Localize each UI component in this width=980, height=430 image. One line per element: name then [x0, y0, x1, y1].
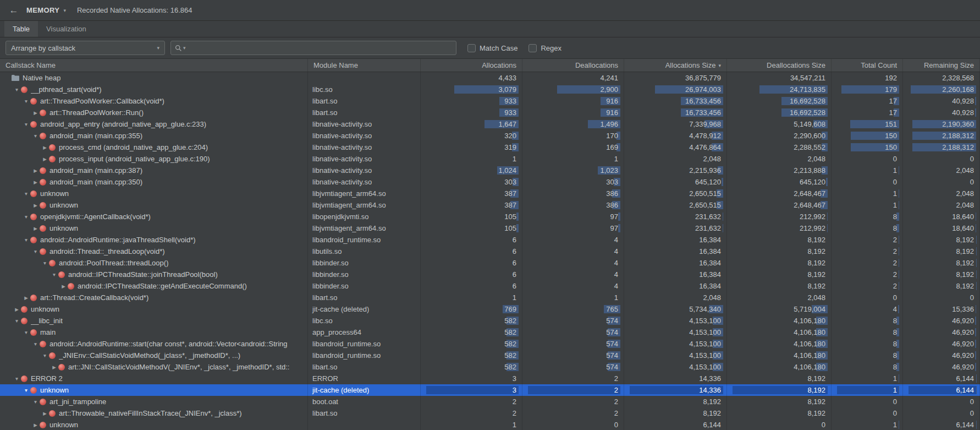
cell-value: 46,920: [903, 315, 979, 326]
expanded-arrow-icon[interactable]: ▼: [13, 376, 21, 382]
search-box[interactable]: ▾: [170, 41, 456, 55]
table-row[interactable]: ▼android::Thread::_threadLoop(void*)libu…: [0, 246, 980, 257]
collapsed-arrow-icon[interactable]: ▶: [31, 203, 40, 208]
expanded-arrow-icon[interactable]: ▼: [13, 87, 21, 92]
column-header-deallocations[interactable]: Deallocations: [522, 59, 624, 72]
table-row[interactable]: ▼openjdkjvmti::AgentCallback(void*)libop…: [0, 211, 980, 222]
tab-visualization[interactable]: Visualization: [38, 21, 95, 37]
memory-dropdown[interactable]: MEMORY ▾: [26, 6, 66, 14]
expanded-arrow-icon[interactable]: ▼: [13, 318, 21, 324]
collapsed-arrow-icon[interactable]: ▶: [31, 168, 40, 173]
column-header-callstack-name[interactable]: Callstack Name: [0, 59, 308, 72]
expanded-arrow-icon[interactable]: ▼: [31, 249, 40, 254]
table-row[interactable]: ▼android::PoolThread::threadLoop()libbin…: [0, 257, 980, 269]
callstack-cell: ▼ERROR 2: [0, 373, 308, 384]
table-row[interactable]: ▼art::ThreadPoolWorker::Callback(void*)l…: [0, 95, 980, 107]
column-header-total-count[interactable]: Total Count: [832, 59, 903, 72]
regex-checkbox[interactable]: Regex: [528, 44, 561, 52]
expanded-arrow-icon[interactable]: ▼: [22, 388, 30, 393]
column-header-module-name[interactable]: Module Name: [308, 59, 421, 72]
callstack-cell: ▼android_app_entry (android_native_app_g…: [0, 118, 308, 130]
table-row[interactable]: ▶android::IPCThreadState::getAndExecuteC…: [0, 280, 980, 292]
expanded-arrow-icon[interactable]: ▼: [22, 214, 30, 220]
cell-value: 2: [832, 234, 902, 246]
expanded-arrow-icon[interactable]: ▼: [22, 237, 30, 243]
table-row[interactable]: ▼android::AndroidRuntime::javaThreadShel…: [0, 234, 980, 246]
table-row[interactable]: ▶process_input (android_native_app_glue.…: [0, 153, 980, 165]
search-input[interactable]: [189, 44, 452, 52]
collapsed-arrow-icon[interactable]: ▶: [41, 156, 49, 162]
arrange-dropdown[interactable]: Arrange by callstack ▾: [5, 41, 165, 55]
expanded-arrow-icon[interactable]: ▼: [22, 122, 30, 127]
allocations-cell: 6: [421, 246, 522, 257]
allocations-cell: 2: [421, 396, 522, 407]
back-button[interactable]: ←: [7, 5, 21, 16]
expanded-arrow-icon[interactable]: ▼: [22, 99, 30, 104]
table-row[interactable]: ▶android_main (main.cpp:387)libnative-ac…: [0, 165, 980, 176]
table-row[interactable]: ▶unknownlibjvmtiagent_arm64.so10597231,6…: [0, 222, 980, 234]
cell-value: 8,192: [624, 407, 726, 419]
table-row[interactable]: ▶unknownlibjvmtiagent_arm64.so3873862,65…: [0, 199, 980, 211]
table-row[interactable]: ▶art::ThreadPoolWorker::Run()libart.so93…: [0, 107, 980, 118]
callstack-cell: ▼android::AndroidRuntime::start(char con…: [0, 338, 308, 350]
collapsed-arrow-icon[interactable]: ▶: [31, 179, 40, 185]
expanded-arrow-icon[interactable]: ▼: [41, 353, 49, 358]
collapsed-arrow-icon[interactable]: ▶: [31, 422, 40, 428]
collapsed-arrow-icon[interactable]: ▶: [31, 226, 40, 231]
table-row[interactable]: ▼android::IPCThreadState::joinThreadPool…: [0, 269, 980, 280]
collapsed-arrow-icon[interactable]: ▶: [22, 295, 30, 301]
table-row[interactable]: ▶android_main (main.cpp:350)libnative-ac…: [0, 176, 980, 188]
sort-descending-icon: ▾: [718, 63, 721, 68]
table-row[interactable]: ▼unknownjit-cache (deleted)3214,3368,192…: [0, 384, 980, 396]
table-row[interactable]: ▼_JNIEnv::CallStaticVoidMethod(_jclass*,…: [0, 350, 980, 361]
alloc-size-cell: 2,650,515: [624, 199, 727, 211]
table-row[interactable]: ▼android::AndroidRuntime::start(char con…: [0, 338, 980, 350]
column-header-deallocations-size[interactable]: Deallocations Size: [727, 59, 832, 72]
cell-value: 14,336: [624, 384, 726, 396]
expanded-arrow-icon[interactable]: ▼: [22, 330, 30, 335]
total-count-cell: 150: [832, 130, 903, 141]
tab-table[interactable]: Table: [4, 21, 38, 37]
cell-value: 4,241: [522, 72, 624, 84]
table-row[interactable]: ▶unknown106,144016,144: [0, 419, 980, 430]
table-row[interactable]: ▼android_app_entry (android_native_app_g…: [0, 118, 980, 130]
expanded-arrow-icon[interactable]: ▼: [31, 399, 40, 405]
table-row[interactable]: ▼art_jni_trampolineboot.oat228,1928,1920…: [0, 396, 980, 407]
column-header-allocations-size[interactable]: Allocations Size ▾: [624, 59, 727, 72]
column-header-remaining-size[interactable]: Remaining Size: [903, 59, 980, 72]
collapsed-arrow-icon[interactable]: ▶: [31, 110, 40, 116]
table-row[interactable]: ▼mainapp_process645825744,153,1004,106,1…: [0, 326, 980, 338]
module-name: app_process64: [308, 326, 421, 338]
cell-value: 574: [522, 361, 624, 373]
table-row[interactable]: ▶art::Throwable_nativeFillInStackTrace(_…: [0, 407, 980, 419]
table-row[interactable]: ▶art::JNI::CallStaticVoidMethodV(_JNIEnv…: [0, 361, 980, 373]
table-row[interactable]: Native heap4,4334,24136,875,77934,547,21…: [0, 72, 980, 84]
collapsed-arrow-icon[interactable]: ▶: [59, 284, 68, 289]
expanded-arrow-icon[interactable]: ▼: [31, 133, 40, 139]
callstack-cell: ▼openjdkjvmti::AgentCallback(void*): [0, 211, 308, 222]
expanded-arrow-icon[interactable]: ▼: [41, 260, 49, 266]
match-case-checkbox[interactable]: Match Case: [467, 44, 517, 52]
expanded-arrow-icon[interactable]: ▼: [50, 272, 58, 277]
cell-value: 2,650,515: [624, 188, 726, 199]
remaining-size-cell: 2,328,568: [903, 72, 980, 84]
total-count-cell: 2: [832, 257, 903, 269]
column-header-allocations[interactable]: Allocations: [421, 59, 522, 72]
table-row[interactable]: ▼ERROR 2ERROR3214,3368,19216,144: [0, 373, 980, 384]
table-row[interactable]: ▼__libc_initlibc.so5825744,153,1004,106,…: [0, 315, 980, 326]
expanded-arrow-icon[interactable]: ▼: [22, 191, 30, 197]
table-row[interactable]: ▼__pthread_start(void*)libc.so3,0792,900…: [0, 84, 980, 95]
collapsed-arrow-icon[interactable]: ▶: [41, 145, 49, 150]
collapsed-arrow-icon[interactable]: ▶: [41, 411, 49, 416]
cell-value: 4,433: [421, 72, 522, 84]
allocations-cell: 319: [421, 141, 522, 153]
table-row[interactable]: ▼android_main (main.cpp:355)libnative-ac…: [0, 130, 980, 141]
collapsed-arrow-icon[interactable]: ▶: [13, 307, 21, 312]
expanded-arrow-icon[interactable]: ▼: [31, 341, 40, 347]
table-row[interactable]: ▶process_cmd (android_native_app_glue.c:…: [0, 141, 980, 153]
table-row[interactable]: ▶unknownjit-cache (deleted)7697655,734,3…: [0, 303, 980, 315]
table-row[interactable]: ▼unknownlibjvmtiagent_arm64.so3873862,65…: [0, 188, 980, 199]
deallocations-cell: 574: [522, 350, 624, 361]
table-row[interactable]: ▶art::Thread::CreateCallback(void*)libar…: [0, 292, 980, 303]
collapsed-arrow-icon[interactable]: ▶: [50, 364, 58, 370]
